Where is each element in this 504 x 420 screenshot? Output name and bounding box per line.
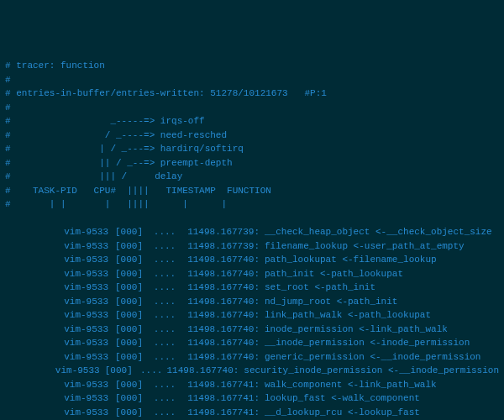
cpu-num: [000] [102, 364, 136, 378]
flags: .... [148, 267, 181, 281]
header-line: # entries-in-buffer/entries-written: 512… [5, 87, 499, 101]
header-line: # ||| / delay [5, 170, 499, 184]
timestamp: 11498.167740: [181, 295, 261, 309]
flags: .... [148, 308, 181, 323]
function-call: filename_lookup <-user_path_at_empty [261, 239, 499, 254]
flags: .... [148, 406, 181, 420]
function-call: __inode_permission <-inode_permission [261, 336, 499, 350]
cpu-num: [000] [110, 225, 148, 239]
flags: .... [148, 378, 181, 392]
cpu-num: [000] [110, 323, 148, 337]
timestamp: 11498.167739: [181, 225, 261, 239]
flags: .... [148, 295, 181, 309]
flags: .... [148, 323, 181, 337]
timestamp: 11498.167741: [181, 406, 261, 420]
cpu-num: [000] [110, 406, 148, 420]
function-call: generic_permission <-__inode_permission [261, 350, 499, 365]
flags: .... [148, 336, 181, 350]
header-line: # / _----=> need-resched [5, 129, 499, 143]
header-line: # [5, 73, 499, 87]
cpu-num: [000] [110, 308, 148, 323]
trace-row: vim-9533[000]....11498.167741:lookup_fas… [5, 391, 499, 406]
timestamp: 11498.167740: [181, 253, 261, 267]
flags: .... [148, 225, 181, 239]
function-call: inode_permission <-link_path_walk [261, 323, 499, 337]
cpu-num: [000] [110, 239, 148, 254]
flags: .... [148, 253, 181, 267]
trace-row: vim-9533[000]....11498.167739:filename_l… [5, 239, 499, 254]
task-pid: vim-9533 [5, 225, 110, 239]
function-call: lookup_fast <-walk_component [261, 391, 499, 406]
trace-row: vim-9533[000]....11498.167740:path_looku… [5, 253, 499, 267]
cpu-num: [000] [110, 350, 148, 365]
trace-row: vim-9533[000]....11498.167739:__check_he… [5, 225, 499, 239]
cpu-num: [000] [110, 253, 148, 267]
task-pid: vim-9533 [5, 336, 110, 350]
task-pid: vim-9533 [5, 308, 110, 323]
trace-row: vim-9533[000]....11498.167740:inode_perm… [5, 323, 499, 337]
function-call: __d_lookup_rcu <-lookup_fast [261, 406, 499, 420]
trace-row: vim-9533[000]....11498.167740:set_root <… [5, 281, 499, 295]
task-pid: vim-9533 [5, 406, 110, 420]
trace-row: vim-9533[000]....11498.167741:walk_compo… [5, 378, 499, 392]
trace-row: vim-9533[000]....11498.167741:__d_lookup… [5, 406, 499, 420]
function-call: nd_jump_root <-path_init [261, 295, 499, 309]
timestamp: 11498.167740: [181, 336, 261, 350]
task-pid: vim-9533 [5, 253, 110, 267]
function-call: walk_component <-link_path_walk [261, 378, 499, 392]
task-pid: vim-9533 [5, 391, 110, 406]
timestamp: 11498.167740: [181, 350, 261, 365]
function-call: security_inode_permission <-__inode_perm… [240, 364, 499, 378]
cpu-num: [000] [110, 378, 148, 392]
trace-row: vim-9533[000]....11498.167740:generic_pe… [5, 350, 499, 365]
header-line: # tracer: function [5, 59, 499, 73]
flags: .... [148, 281, 181, 295]
cpu-num: [000] [110, 267, 148, 281]
function-call: path_init <-path_lookupat [261, 267, 499, 281]
trace-rows: vim-9533[000]....11498.167739:__check_he… [5, 225, 499, 420]
trace-header: # tracer: function## entries-in-buffer/e… [5, 59, 499, 212]
header-line: # | / _---=> hardirq/softirq [5, 142, 499, 156]
cpu-num: [000] [110, 295, 148, 309]
task-pid: vim-9533 [5, 281, 110, 295]
function-call: path_lookupat <-filename_lookup [261, 253, 499, 267]
cpu-num: [000] [110, 281, 148, 295]
header-line: # _-----=> irqs-off [5, 114, 499, 129]
cpu-num: [000] [110, 391, 148, 406]
task-pid: vim-9533 [5, 267, 110, 281]
trace-row: vim-9533[000]....11498.167740:__inode_pe… [5, 336, 499, 350]
task-pid: vim-9533 [5, 378, 110, 392]
flags: .... [148, 350, 181, 365]
task-pid: vim-9533 [5, 239, 110, 254]
header-line: # TASK-PID CPU# |||| TIMESTAMP FUNCTION [5, 184, 499, 198]
task-pid: vim-9533 [5, 364, 102, 378]
header-line: # || / _--=> preempt-depth [5, 156, 499, 171]
flags: .... [148, 239, 181, 254]
header-line: # | | | |||| | | [5, 197, 499, 212]
trace-row: vim-9533[000]....11498.167740:security_i… [5, 364, 499, 378]
function-call: __check_heap_object <-__check_object_siz… [261, 225, 499, 239]
timestamp: 11498.167740: [167, 364, 241, 378]
flags: .... [148, 391, 181, 406]
task-pid: vim-9533 [5, 295, 110, 309]
task-pid: vim-9533 [5, 323, 110, 337]
flags: .... [136, 364, 167, 378]
function-call: set_root <-path_init [261, 281, 499, 295]
trace-row: vim-9533[000]....11498.167740:nd_jump_ro… [5, 295, 499, 309]
timestamp: 11498.167741: [181, 391, 261, 406]
function-call: link_path_walk <-path_lookupat [261, 308, 499, 323]
trace-row: vim-9533[000]....11498.167740:link_path_… [5, 308, 499, 323]
task-pid: vim-9533 [5, 350, 110, 365]
timestamp: 11498.167740: [181, 323, 261, 337]
cpu-num: [000] [110, 336, 148, 350]
timestamp: 11498.167739: [181, 239, 261, 254]
timestamp: 11498.167740: [181, 308, 261, 323]
timestamp: 11498.167740: [181, 267, 261, 281]
timestamp: 11498.167741: [181, 378, 261, 392]
timestamp: 11498.167740: [181, 281, 261, 295]
header-line: # [5, 101, 499, 115]
trace-row: vim-9533[000]....11498.167740:path_init … [5, 267, 499, 281]
